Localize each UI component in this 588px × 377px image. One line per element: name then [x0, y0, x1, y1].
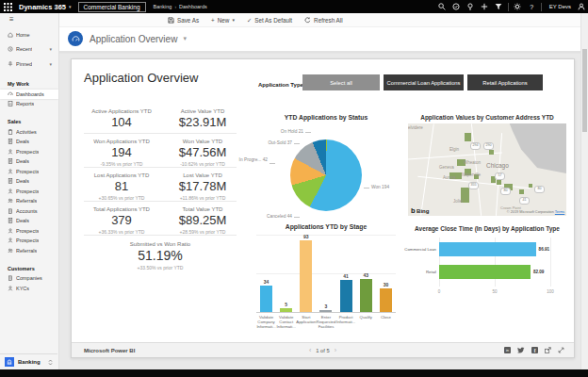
filter-icon[interactable] [492, 0, 506, 13]
linkedin-icon[interactable]: in [504, 347, 511, 353]
user-name[interactable]: EY Devs [549, 4, 571, 9]
sidebar-item-activities[interactable]: Activities [0, 127, 58, 138]
filter-button-select-all[interactable]: Select all [302, 74, 380, 90]
pie-label-out-sold: Out-Sold 37 [239, 140, 292, 146]
sidebar-group-sales: Sales [0, 117, 58, 127]
dashboard-selector-row: Application Overview ▾ [58, 26, 588, 52]
bing-logo[interactable]: b Bing [411, 207, 429, 214]
sidebar-item-deals[interactable]: Deals [0, 216, 58, 226]
app-launcher-waffle-icon[interactable] [0, 0, 15, 13]
sidebar-item-reports[interactable]: Reports [0, 99, 58, 109]
stage-bar-validate-contact-informati-[interactable]: 5 [280, 308, 292, 312]
close-time-bar-retail[interactable] [439, 265, 531, 279]
close-time-bar-commercial-loan[interactable] [439, 242, 536, 256]
set-as-default-button[interactable]: ✓ Set As Default [247, 17, 292, 24]
sidebar-item-prospects[interactable]: Prospects [0, 167, 58, 177]
pin-icon [8, 61, 16, 67]
chevron-down-icon: ▾ [69, 4, 72, 9]
twitter-icon[interactable] [517, 347, 525, 353]
dynamics365-window: Dynamics 365 ▾ Commercial Banking Bankin… [0, 0, 588, 377]
gear-icon[interactable] [511, 0, 525, 13]
share-icon[interactable] [545, 347, 551, 353]
sidebar-item-recent[interactable]: Recent▾ [0, 42, 58, 57]
close-time-chart-title: Average Close Time (In Days) by Applicat… [404, 225, 570, 232]
sidebar-item-prospects[interactable]: Prospects [0, 187, 58, 197]
sidebar-hamburger-icon[interactable]: ≡ [0, 13, 58, 25]
bottom-strip [0, 369, 588, 377]
road-shield: 355 [468, 182, 479, 189]
sidebar-item-dashboards[interactable]: Dashboards [0, 90, 58, 100]
sidebar-item-kycs[interactable]: KYCs [0, 284, 58, 294]
plus-icon[interactable] [478, 0, 492, 13]
sidebar-item-deals[interactable]: Deals [0, 176, 58, 187]
kpi-total-value: Total Value YTD $89.25M +28.59% vs prior… [162, 206, 243, 235]
terms-link[interactable]: Terms [555, 210, 564, 214]
road [471, 123, 482, 216]
category-label: Commercial Loan [404, 242, 436, 256]
stage-bar-start-application[interactable]: 93 [300, 240, 312, 312]
filter-button-retail[interactable]: Retail Applications [467, 74, 543, 90]
bar-value: 43 [356, 272, 376, 278]
clock-icon [8, 46, 16, 52]
category-label: Retail [426, 265, 436, 279]
sidebar-item-referrals[interactable]: Referrals [0, 246, 58, 256]
sidebar-item-pinned[interactable]: Pinned▾ [0, 57, 58, 72]
dashboard-selector-title[interactable]: Application Overview [90, 34, 177, 44]
divider [84, 133, 237, 134]
lake-michigan [494, 123, 566, 216]
stage-bar-close[interactable]: 30 [380, 288, 392, 312]
refresh-all-button[interactable]: Refresh All [304, 17, 342, 24]
sidebar: ≡ HomeRecent▾Pinned▾My WorkDashboardsRep… [0, 13, 59, 369]
sidebar-item-deals[interactable]: Deals [0, 137, 58, 147]
sidebar-item-deals[interactable]: Deals [0, 156, 58, 167]
breadcrumb-banking[interactable]: Banking [154, 4, 172, 9]
new-button[interactable]: + New ▾ [211, 17, 235, 24]
user-avatar-icon[interactable] [574, 0, 588, 13]
road-shield: 80 [534, 186, 545, 193]
bing-map[interactable]: Belvidere Elgin Geneva Wheaton Chicago A… [408, 123, 566, 216]
axis-tick: 0 [438, 289, 441, 294]
category-label: Enter Requested Facilities [316, 315, 335, 329]
breadcrumb-dashboards[interactable]: Dashboards [179, 4, 207, 9]
map-cluster [519, 189, 524, 194]
sidebar-item-home[interactable]: Home [0, 27, 58, 42]
app-name[interactable]: Dynamics 365 [19, 3, 66, 11]
sidebar-item-prospects[interactable]: Prospects [0, 147, 58, 157]
close-time-bars: 86.9182.09 [439, 240, 554, 284]
stage-bar-validate-company-informati-[interactable]: 34 [260, 286, 272, 312]
lightbulb-icon[interactable] [464, 0, 478, 13]
page-navigator: ‹ 1 of 5 › [309, 347, 336, 353]
category-label: Start Application [296, 315, 316, 329]
vertical-scrollbar[interactable] [580, 13, 588, 369]
stage-bar-product-informati-[interactable]: 41 [340, 280, 352, 312]
search-icon[interactable] [435, 0, 449, 13]
sidebar-item-companies[interactable]: Companies [0, 273, 58, 284]
filter-button-commercial-loan[interactable]: Commercial Loan Applications [384, 74, 464, 90]
map-copyright: © 2019 Microsoft Corporation Terms [507, 210, 564, 214]
sidebar-item-accounts[interactable]: Accounts [0, 206, 58, 217]
facebook-icon[interactable]: f [531, 347, 538, 353]
save-as-button[interactable]: Save As [168, 17, 199, 24]
next-page-icon[interactable]: › [335, 347, 336, 353]
fullscreen-icon[interactable] [558, 347, 564, 353]
prev-page-icon[interactable]: ‹ [309, 347, 311, 353]
bar-value: 82.09 [533, 265, 545, 279]
area-switcher[interactable]: Banking [0, 353, 57, 369]
chevron-down-icon: ▾ [49, 61, 52, 67]
check-circle-icon[interactable] [449, 0, 464, 13]
bar-slot: 3 [316, 235, 335, 312]
bing-b-icon: b [411, 207, 416, 214]
sidebar-item-prospects[interactable]: Prospects [0, 236, 58, 246]
chevron-down-icon[interactable]: ▾ [183, 35, 187, 42]
scrollbar-thumb[interactable] [582, 49, 587, 132]
sidebar-item-referrals[interactable]: Referrals [0, 196, 58, 206]
help-icon[interactable]: ? [525, 0, 539, 13]
person-icon [8, 228, 16, 234]
report-icon [8, 101, 16, 107]
org-name-box[interactable]: Commercial Banking [78, 2, 146, 12]
status-pie-chart[interactable] [290, 139, 362, 211]
top-nav-bar: Dynamics 365 ▾ Commercial Banking Bankin… [0, 0, 588, 13]
sidebar-item-prospects[interactable]: Prospects [0, 226, 58, 237]
stage-bar-enter-requested-facilities[interactable]: 3 [319, 310, 332, 313]
stage-bar-qualify[interactable]: 43 [360, 279, 372, 312]
